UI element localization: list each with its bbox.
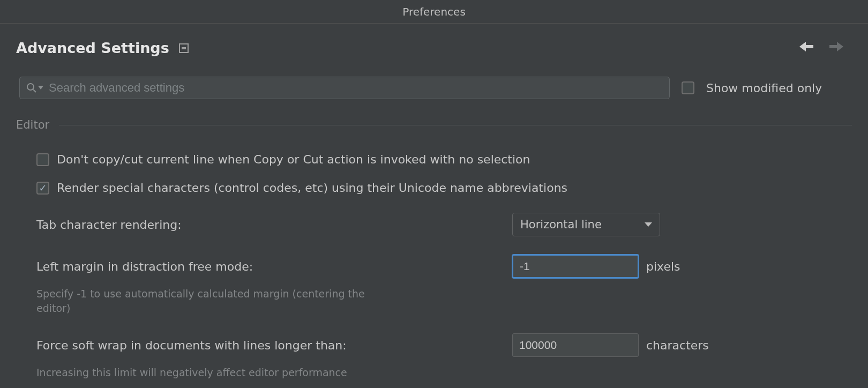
soft-wrap-help: Increasing this limit will negatively af… — [16, 357, 391, 380]
option-tab-rendering: Tab character rendering: Horizontal line — [16, 213, 852, 236]
show-modified-checkbox[interactable] — [682, 81, 694, 94]
page-header: Advanced Settings — [0, 24, 868, 56]
left-margin-help: Specify -1 to use automatically calculat… — [16, 278, 391, 315]
show-modified-label[interactable]: Show modified only — [706, 81, 822, 95]
no-copy-cut-checkbox[interactable] — [36, 153, 49, 166]
svg-point-0 — [27, 84, 34, 90]
search-icon — [26, 83, 37, 93]
tab-rendering-select[interactable]: Horizontal line — [512, 213, 660, 236]
soft-wrap-label: Force soft wrap in documents with lines … — [36, 339, 505, 352]
section-title: Editor — [16, 118, 49, 131]
section-header: Editor — [16, 118, 852, 131]
nav-arrows — [798, 41, 852, 55]
window-title: Preferences — [402, 5, 466, 18]
search-options-caret-icon[interactable] — [38, 86, 43, 90]
reset-icon[interactable] — [179, 43, 189, 53]
back-arrow-icon[interactable] — [798, 41, 814, 55]
option-soft-wrap: Force soft wrap in documents with lines … — [16, 333, 852, 357]
search-row: Show modified only — [0, 56, 868, 99]
svg-line-1 — [33, 89, 36, 92]
titlebar: Preferences — [0, 0, 868, 24]
option-render-special: Render special characters (control codes… — [16, 181, 852, 195]
tab-rendering-value: Horizontal line — [520, 218, 645, 231]
left-margin-input[interactable] — [512, 255, 639, 278]
forward-arrow-icon — [828, 41, 844, 55]
search-field-wrap[interactable] — [19, 77, 670, 99]
soft-wrap-input[interactable] — [512, 333, 639, 357]
left-margin-label: Left margin in distraction free mode: — [36, 260, 505, 273]
soft-wrap-unit: characters — [646, 339, 709, 352]
render-special-label[interactable]: Render special characters (control codes… — [57, 181, 567, 195]
render-special-checkbox[interactable] — [36, 182, 49, 195]
editor-section: Editor Don't copy/cut current line when … — [0, 99, 868, 380]
option-left-margin: Left margin in distraction free mode: pi… — [16, 255, 852, 278]
option-no-copy-cut: Don't copy/cut current line when Copy or… — [16, 153, 852, 166]
section-divider — [59, 125, 852, 125]
chevron-down-icon — [645, 222, 652, 227]
search-input[interactable] — [49, 81, 663, 95]
page-title: Advanced Settings — [16, 40, 169, 56]
left-margin-unit: pixels — [646, 260, 680, 273]
no-copy-cut-label[interactable]: Don't copy/cut current line when Copy or… — [57, 153, 530, 166]
tab-rendering-label: Tab character rendering: — [36, 218, 505, 232]
